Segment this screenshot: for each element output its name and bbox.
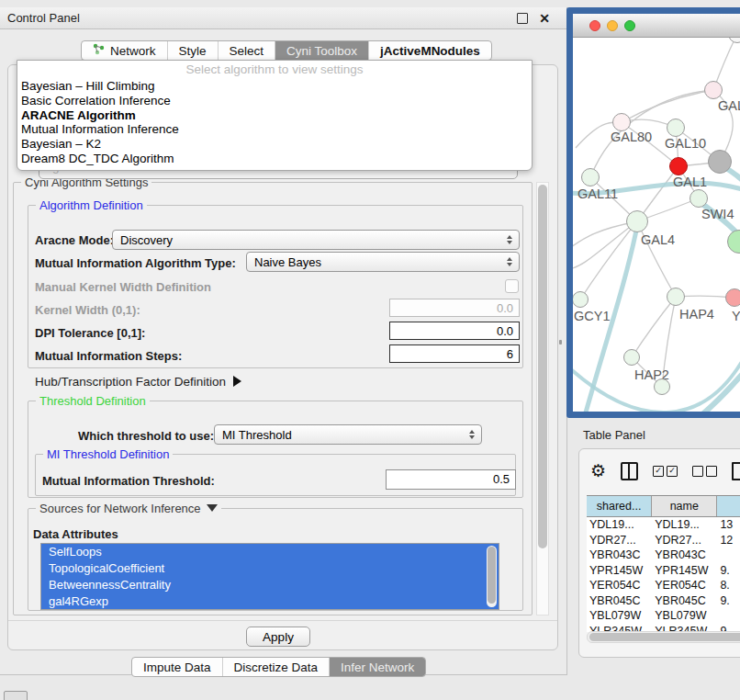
table-cell: YBR043C [587,548,652,561]
table-toolbar: ⚙ ✓✓ [590,460,740,482]
table-row[interactable]: YBR045CYBR045C9. [587,593,740,609]
mi-steps-field[interactable]: 6 [389,344,520,363]
control-panel-tabbar: NetworkStyleSelectCyni ToolboxjActiveMNo… [81,40,492,61]
network-node-hap2[interactable] [623,349,640,366]
control-panel-titlebar: Control Panel ✕ [0,7,566,29]
tab-label: Network [110,44,156,58]
network-node-hap4[interactable] [667,288,685,306]
node-label: Y [732,309,740,323]
minimize-traffic-light-icon[interactable] [607,20,618,31]
node-label: SWI4 [701,207,734,221]
algorithm-option[interactable]: Dream8 DC_TDC Algorithm [17,152,532,166]
float-window-icon[interactable] [517,13,528,24]
network-node-gal4[interactable] [626,210,648,232]
table-cell: YBR045C [652,594,717,607]
tab-select[interactable]: Select [219,41,276,60]
attribute-item[interactable]: gal4RGexp [41,593,499,610]
column-header-name[interactable]: name [652,496,717,516]
table-horizontal-scrollbar[interactable] [587,631,740,643]
attribute-item[interactable]: SelfLoops [41,544,499,560]
node-label: HAP4 [679,307,714,322]
table-cell: YDL19... [587,518,652,531]
algorithm-option[interactable]: Bayesian – Hill Climbing [17,79,532,94]
table-cell: YDL19... [652,518,717,531]
tab-style[interactable]: Style [168,41,219,60]
which-threshold-value: MI Threshold [222,428,292,442]
network-node-gal10[interactable] [667,119,685,137]
list-scrollbar[interactable] [487,546,497,607]
mi-type-value: Naive Bayes [254,255,321,269]
node-table[interactable]: shared...name YDL19...YDL19...13YDR27...… [587,495,740,632]
mi-threshold-title: MI Threshold Definition [43,447,173,461]
algorithm-option[interactable]: Basic Correlation Inference [17,94,532,108]
network-node-swi4[interactable] [690,189,708,208]
tab-infer-network[interactable]: Infer Network [330,658,425,676]
combo-arrows-icon [469,430,475,439]
network-node[interactable] [708,150,732,174]
table-row[interactable]: YDR27...YDR27...12 [587,533,740,548]
attribute-item[interactable]: BetweennessCentrality [41,577,499,593]
aracne-mode-combo[interactable]: Discovery [112,230,520,250]
hscroll-thumb[interactable] [589,633,740,641]
network-node-gal11[interactable] [581,168,600,186]
tab-cyni-toolbox[interactable]: Cyni Toolbox [275,41,369,60]
network-node-gal[interactable] [704,81,723,99]
gear-icon[interactable]: ⚙ [590,462,606,480]
split-columns-icon[interactable] [621,462,638,480]
splitpane-grip[interactable] [559,340,562,344]
table-cell: YPR145W [587,564,652,577]
network-node[interactable] [654,378,670,395]
checked-pair-icon[interactable]: ✓✓ [653,466,678,477]
network-canvas[interactable]: GALGAL80GAL10GAL1GAL11SWI4GAL4GCY1HAP4YH… [573,38,740,412]
scrollbar-thumb[interactable] [538,185,547,548]
table-panel-title: Table Panel [583,428,645,442]
mi-type-combo[interactable]: Naive Bayes [246,252,520,272]
list-scrollbar-thumb[interactable] [488,547,496,604]
column-header-shared...[interactable]: shared... [587,496,652,516]
tab-impute-data[interactable]: Impute Data [132,658,223,676]
which-threshold-combo[interactable]: MI Threshold [214,424,482,445]
table-cell: YPR145W [652,564,717,577]
combo-arrows-icon [507,235,512,244]
table-cell: YBL079W [652,609,717,622]
close-icon[interactable]: ✕ [539,14,550,23]
table-row[interactable]: YDL19...YDL19...13 [587,517,740,533]
algorithm-option[interactable]: Bayesian – K2 [17,137,532,152]
control-panel-title: Control Panel [7,11,80,25]
network-node-gal80[interactable] [612,113,631,131]
bottom-corner-button[interactable] [4,691,28,700]
manual-kernel-checkbox[interactable] [505,279,519,293]
dpi-tolerance-field[interactable]: 0.0 [389,322,520,340]
table-cell: 12 [717,534,740,547]
apply-button[interactable]: Apply [246,627,310,647]
table-row[interactable]: YER054CYER054C8. [587,578,740,593]
attribute-item[interactable]: TopologicalCoefficient [41,560,499,577]
network-node-gal1[interactable] [669,157,688,175]
tab-label: Infer Network [341,660,414,674]
hub-section-label: Hub/Transcription Factor Definition [35,375,226,389]
tab-label: Style [179,44,207,58]
hub-section-toggle[interactable]: Hub/Transcription Factor Definition [35,375,241,389]
table-row[interactable]: YPR145WYPR145W9. [587,563,740,579]
tab-jactivemnodules[interactable]: jActiveMNodules [369,41,491,60]
table-row[interactable]: YBL079WYBL079W [587,608,740,624]
settings-vertical-scrollbar[interactable] [536,182,549,615]
manual-kernel-label: Manual Kernel Width Definition [35,280,211,294]
expanded-arrow-icon [207,504,218,512]
data-attributes-list[interactable]: SelfLoopsTopologicalCoefficientBetweenne… [40,543,499,610]
algorithm-popup-placeholder: Select algorithm to view settings [17,62,532,77]
application-root: Control Panel ✕ NetworkStyleSelectCyni T… [0,0,740,700]
column-header-extra[interactable] [717,496,740,516]
algorithm-select-popup: Select algorithm to view settings Bayesi… [17,60,533,171]
zoom-traffic-light-icon[interactable] [624,20,635,31]
document-icon[interactable] [732,462,740,480]
close-traffic-light-icon[interactable] [589,20,600,31]
network-node-y[interactable] [725,288,740,307]
tab-network[interactable]: Network [82,41,168,60]
unchecked-pair-icon[interactable] [692,466,717,477]
algorithm-option[interactable]: ARACNE Algorithm [17,108,532,123]
tab-discretize-data[interactable]: Discretize Data [223,658,331,676]
mi-threshold-field[interactable]: 0.5 [386,469,516,490]
algorithm-option[interactable]: Mutual Information Inference [17,122,532,137]
table-row[interactable]: YBR043CYBR043C [587,548,740,563]
